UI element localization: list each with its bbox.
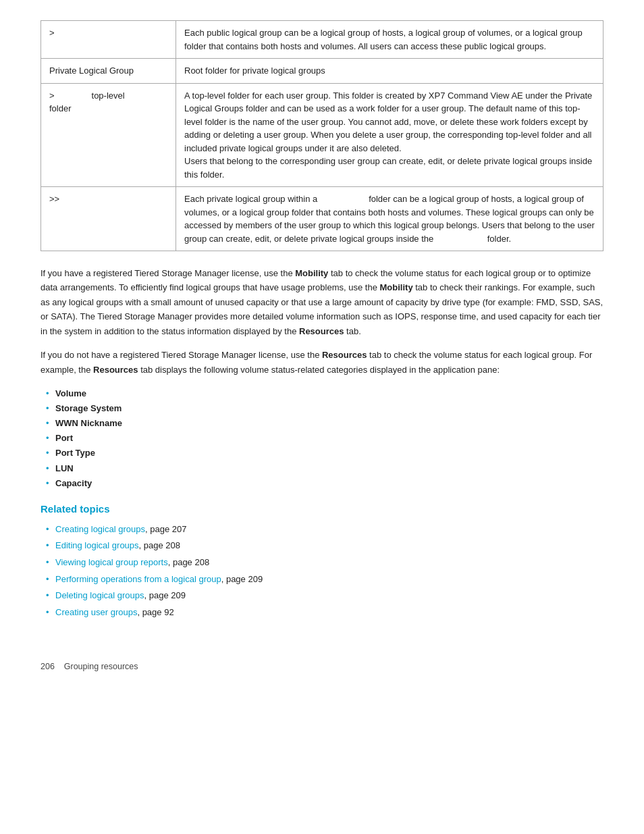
table-cell-right: Root folder for private logical groups	[176, 59, 603, 84]
footer: 206 Grouping resources	[41, 662, 603, 671]
footer-section: Grouping resources	[64, 662, 138, 671]
footer-page-number: 206	[41, 662, 55, 671]
row4-symbol: >>	[49, 194, 59, 204]
row3-description: A top-level folder for each user group. …	[184, 90, 592, 153]
table-row: Private Logical Group Root folder for pr…	[41, 59, 603, 84]
row1-description: Each public logical group can be a logic…	[184, 28, 583, 51]
related-link-deleting-logical-groups[interactable]: Deleting logical groups	[55, 590, 144, 600]
related-link-creating-user-groups[interactable]: Creating user groups	[55, 607, 137, 617]
table-cell-left: Private Logical Group	[41, 59, 176, 84]
table-cell-right: A top-level folder for each user group. …	[176, 83, 603, 187]
related-link-suffix: , page 92	[137, 607, 173, 617]
related-link-suffix: , page 208	[168, 557, 209, 567]
list-item: Editing logical groups, page 208	[41, 538, 603, 554]
related-topics-list: Creating logical groups, page 207 Editin…	[41, 521, 603, 621]
list-item: Performing operations from a logical gro…	[41, 571, 603, 588]
row2-description: Root folder for private logical groups	[184, 66, 325, 76]
table-row: >> Each private logical group within a f…	[41, 187, 603, 251]
table-cell-right: Each private logical group within a fold…	[176, 187, 603, 251]
bold-resources-1: Resources	[299, 326, 344, 336]
related-link-suffix: , page 209	[221, 574, 263, 584]
bold-mobility-1: Mobility	[295, 268, 328, 278]
row1-symbol: >	[49, 28, 55, 38]
table-cell-left: >folder top-level	[41, 83, 176, 187]
list-item: LUN	[41, 461, 603, 476]
bold-resources-3: Resources	[93, 365, 138, 375]
list-item: Viewing logical group reports, page 208	[41, 554, 603, 571]
related-topics-section: Related topics Creating logical groups, …	[41, 503, 603, 621]
list-item: Volume	[41, 386, 603, 401]
related-link-performing-operations[interactable]: Performing operations from a logical gro…	[55, 574, 221, 584]
list-item: Port	[41, 431, 603, 446]
row4-description: Each private logical group within a fold…	[184, 194, 595, 244]
private-logical-group-label: Private Logical Group	[49, 66, 134, 76]
related-link-editing-logical-groups[interactable]: Editing logical groups	[55, 540, 139, 550]
table-cell-left: >>	[41, 187, 176, 251]
table-row: >folder top-level A top-level folder for…	[41, 83, 603, 187]
bold-resources-2: Resources	[322, 350, 367, 360]
main-table: > Each public logical group can be a log…	[41, 20, 603, 251]
paragraph-2: If you do not have a registered Tiered S…	[41, 348, 603, 377]
related-topics-heading: Related topics	[41, 503, 603, 515]
list-item: Port Type	[41, 446, 603, 461]
list-item: Creating user groups, page 92	[41, 604, 603, 621]
related-link-creating-logical-groups[interactable]: Creating logical groups	[55, 524, 145, 534]
category-list: Volume Storage System WWN Nickname Port …	[41, 386, 603, 491]
paragraph-1: If you have a registered Tiered Storage …	[41, 266, 603, 338]
table-cell-left: >	[41, 21, 176, 59]
bold-mobility-2: Mobility	[380, 282, 413, 292]
related-link-suffix: , page 207	[145, 524, 186, 534]
list-item: Deleting logical groups, page 209	[41, 588, 603, 604]
list-item: WWN Nickname	[41, 416, 603, 431]
related-link-suffix: , page 209	[144, 590, 186, 600]
list-item: Capacity	[41, 476, 603, 491]
row3-description2: Users that belong to the corresponding u…	[184, 156, 592, 180]
list-item: Creating logical groups, page 207	[41, 521, 603, 538]
table-row: > Each public logical group can be a log…	[41, 21, 603, 59]
row3-symbol: >folder	[49, 89, 72, 115]
table-cell-right: Each public logical group can be a logic…	[176, 21, 603, 59]
row3-label: top-level	[92, 89, 125, 103]
related-link-suffix: , page 208	[139, 540, 180, 550]
list-item: Storage System	[41, 401, 603, 416]
related-link-viewing-logical-group-reports[interactable]: Viewing logical group reports	[55, 557, 168, 567]
